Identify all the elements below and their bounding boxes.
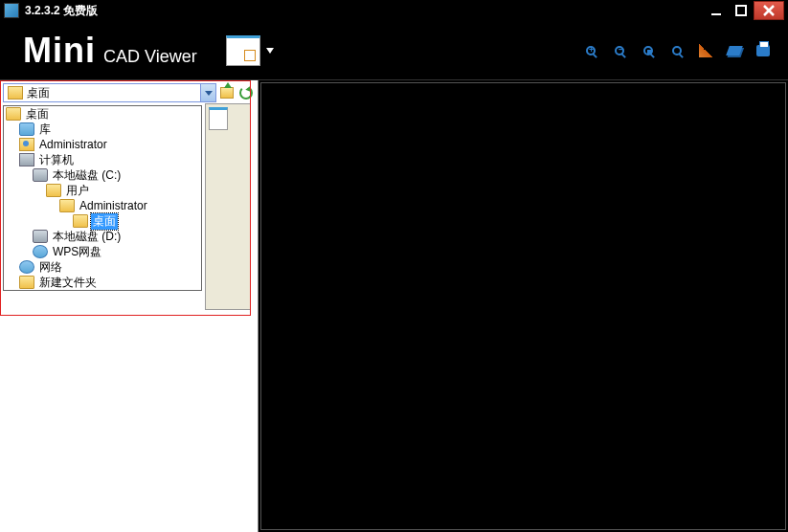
tree-item-user-admin[interactable]: Administrator <box>4 137 201 152</box>
maximize-button[interactable] <box>729 1 754 20</box>
minimize-button[interactable] <box>704 1 729 20</box>
zoom-in-icon <box>586 46 596 55</box>
print-icon <box>756 45 770 56</box>
close-button[interactable] <box>754 1 784 20</box>
tree-item-drive-c[interactable]: 本地磁盘 (C:) <box>4 167 201 183</box>
zoom-fit-icon <box>643 46 653 55</box>
tree-item-computer[interactable]: 计算机 <box>4 152 201 167</box>
zoom-region-button[interactable] <box>669 43 685 58</box>
zoom-tools <box>583 43 784 58</box>
tree-item-desktop-nested[interactable]: 桌面 <box>4 213 201 229</box>
window-title: 3.2.3.2 免费版 <box>25 3 704 19</box>
layers-button[interactable] <box>727 43 742 58</box>
tree-item-users-folder[interactable]: 用户 <box>4 183 201 198</box>
app-window: 3.2.3.2 免费版 Mini CAD Viewer <box>0 0 788 532</box>
drive-icon <box>33 230 48 243</box>
zoom-out-button[interactable] <box>612 43 627 58</box>
zoom-fit-button[interactable] <box>641 43 656 58</box>
tree-item-new-folder[interactable]: 新建文件夹 <box>4 275 201 290</box>
minimize-icon <box>710 5 722 16</box>
folder-tree-dropdown: 桌面 库 Administrator 计算机 本地磁盘 (C:) 用户 Admi… <box>3 105 202 291</box>
tree-item-libraries[interactable]: 库 <box>4 122 201 137</box>
open-file-dropdown[interactable] <box>266 48 274 54</box>
zoom-out-icon <box>615 46 624 55</box>
tree-item-desktop[interactable]: 桌面 <box>4 106 201 122</box>
folder-up-button[interactable] <box>218 84 236 101</box>
folder-icon <box>19 276 34 289</box>
svg-rect-1 <box>736 6 746 15</box>
tree-item-network[interactable]: 网络 <box>4 259 201 275</box>
logo-sub: CAD Viewer <box>103 47 197 67</box>
refresh-button[interactable] <box>237 84 255 101</box>
folder-icon <box>6 107 21 121</box>
print-button[interactable] <box>755 43 771 58</box>
user-icon <box>19 138 34 151</box>
content-area: 桌面 桌面 库 Administrator 计算机 本地磁盘 (C:) 用户 A… <box>0 80 788 532</box>
folder-up-icon <box>220 87 234 99</box>
zoom-in-button[interactable] <box>583 43 598 58</box>
computer-icon <box>19 153 34 166</box>
thumbnail-list <box>205 103 251 310</box>
svg-rect-0 <box>711 13 721 15</box>
folder-icon <box>73 214 88 228</box>
open-file-button[interactable] <box>226 35 260 66</box>
measure-button[interactable] <box>698 43 713 58</box>
folder-icon <box>46 184 61 197</box>
combo-dropdown-button[interactable] <box>200 84 215 101</box>
folder-icon <box>59 199 75 212</box>
file-browser-panel: 桌面 桌面 库 Administrator 计算机 本地磁盘 (C:) 用户 A… <box>0 80 259 532</box>
app-logo: Mini CAD Viewer <box>23 31 197 71</box>
app-icon <box>4 3 19 18</box>
path-value: 桌面 <box>27 85 200 101</box>
tree-item-drive-d[interactable]: 本地磁盘 (D:) <box>4 229 201 244</box>
drive-icon <box>33 168 48 182</box>
library-icon <box>19 122 34 136</box>
cloud-icon <box>33 245 48 258</box>
tree-item-admin-folder[interactable]: Administrator <box>4 198 201 213</box>
measure-icon <box>699 44 712 57</box>
tree-item-wps-cloud[interactable]: WPS网盘 <box>4 244 201 259</box>
cad-viewport[interactable] <box>260 82 786 530</box>
titlebar: 3.2.3.2 免费版 <box>0 0 788 21</box>
toolbar: Mini CAD Viewer <box>0 21 788 80</box>
maximize-icon <box>735 5 747 16</box>
file-thumbnail[interactable] <box>209 107 228 130</box>
folder-icon <box>8 86 23 100</box>
path-combobox[interactable]: 桌面 <box>3 83 216 102</box>
window-controls <box>704 1 784 20</box>
logo-main: Mini <box>23 31 96 71</box>
layers-icon <box>726 46 743 55</box>
path-bar: 桌面 <box>0 80 258 105</box>
close-icon <box>762 4 776 17</box>
network-icon <box>19 260 34 274</box>
refresh-icon <box>239 86 253 100</box>
zoom-region-icon <box>672 46 682 55</box>
